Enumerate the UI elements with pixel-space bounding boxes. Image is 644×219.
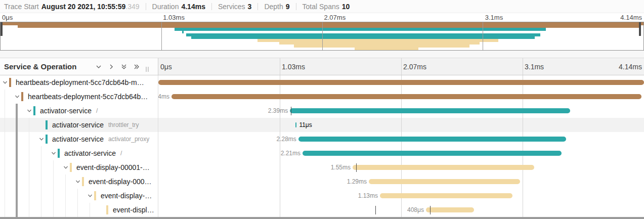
- service-name: event-display-00001-…: [76, 163, 150, 171]
- tick-label: 1.03ms: [282, 63, 305, 71]
- service-color-chip: [46, 135, 48, 144]
- span-timeline-cell: 11μs: [158, 118, 644, 132]
- chevron-down-icon[interactable]: [38, 136, 45, 142]
- chevron-down-icon[interactable]: [95, 63, 102, 70]
- span-name-cell[interactable]: heartbeats-deployment-5cc7dcb64b…: [0, 90, 158, 104]
- divider: [296, 3, 296, 10]
- span-bar[interactable]: [171, 94, 641, 99]
- column-resize-grip[interactable]: [146, 67, 149, 72]
- tick-label: 1.03ms: [163, 14, 185, 21]
- span-bar[interactable]: [298, 137, 566, 142]
- service-name: event-display-000…: [89, 178, 152, 186]
- chevron-down-icon[interactable]: [63, 164, 69, 170]
- double-chevron-down-icon[interactable]: [120, 63, 127, 70]
- span-duration-label: 11μs: [299, 121, 312, 128]
- tick-label: 3.1ms: [525, 63, 544, 71]
- span-rows: heartbeats-deployment-5cc7dcb64b-m…heart…: [0, 75, 644, 217]
- service-name: activator-service: [52, 121, 104, 129]
- bottom-scroll-edge: [0, 217, 644, 219]
- span-row: event-display-00001-…1.55ms: [0, 160, 644, 174]
- span-row: activator-service/2.21ms: [0, 146, 644, 160]
- span-name-cell[interactable]: event-display-…: [0, 189, 158, 203]
- span-timeline-cell: 1.29ms: [158, 174, 644, 189]
- span-bar[interactable]: [303, 151, 562, 156]
- total-spans-value: 10: [342, 3, 350, 11]
- trace-start-label: Trace Start: [4, 3, 39, 11]
- grid-line: [280, 203, 280, 217]
- grid-line: [523, 174, 523, 189]
- grid-line: [280, 58, 280, 75]
- span-duration-label: 1.29ms: [347, 178, 367, 185]
- service-color-chip: [46, 120, 48, 129]
- chevron-right-icon[interactable]: [108, 63, 115, 70]
- log-marker-tick[interactable]: [375, 206, 376, 214]
- span-name-cell[interactable]: event-displ…: [0, 203, 158, 217]
- service-name: event-displ…: [113, 206, 154, 214]
- span-duration-label: 4ms: [158, 93, 169, 100]
- tick-label: 3.1ms: [485, 14, 503, 21]
- operation-name: /: [96, 107, 98, 114]
- grid-line: [280, 174, 280, 189]
- service-color-chip: [9, 78, 11, 87]
- span-row: activator-servicethrottler_try11μs: [0, 118, 644, 132]
- span-bar[interactable]: [426, 207, 474, 212]
- log-marker-tick[interactable]: [356, 163, 357, 172]
- double-chevron-right-icon[interactable]: [133, 63, 140, 70]
- service-color-chip: [58, 149, 60, 158]
- trace-start-value: August 20 2021, 10:55:59.349: [41, 3, 140, 11]
- depth-label: Depth: [264, 3, 283, 11]
- service-color-chip: [70, 163, 72, 172]
- chevron-down-icon[interactable]: [75, 179, 81, 185]
- divider: [257, 3, 258, 10]
- span-bar[interactable]: [380, 193, 512, 198]
- service-color-chip: [82, 177, 84, 186]
- span-bar[interactable]: [369, 179, 520, 184]
- duration-value: 4.14ms: [181, 3, 205, 11]
- minimap-left-scrubber-handle[interactable]: [1, 22, 3, 36]
- log-marker-tick[interactable]: [430, 206, 431, 214]
- span-name-cell[interactable]: activator-servicethrottler_try: [0, 118, 158, 132]
- span-bar[interactable]: [353, 165, 534, 170]
- chevron-down-icon[interactable]: [26, 108, 32, 114]
- span-timeline-cell: 1.55ms: [158, 160, 644, 174]
- grid-line: [280, 189, 280, 203]
- span-row: activator-serviceactivator_proxy2.28ms: [0, 132, 644, 146]
- service-operation-header-cell: Service & Operation: [0, 58, 158, 75]
- span-bar[interactable]: [158, 80, 644, 85]
- minimap-right-scrubber-handle[interactable]: [639, 22, 641, 36]
- span-bar[interactable]: [290, 108, 570, 113]
- span-name-cell[interactable]: heartbeats-deployment-5cc7dcb64b-m…: [0, 75, 158, 90]
- span-name-cell[interactable]: activator-serviceactivator_proxy: [0, 132, 158, 146]
- span-duration-label: 2.28ms: [277, 136, 296, 143]
- depth-value: 9: [286, 3, 290, 11]
- timeline-axis-header: 0μs1.03ms2.07ms3.1ms4.14ms: [158, 58, 644, 75]
- service-operation-title: Service & Operation: [4, 62, 76, 71]
- grid-line: [280, 160, 280, 174]
- tick-label: 2.07ms: [403, 63, 426, 71]
- tick-label: 0μs: [160, 63, 172, 71]
- chevron-down-icon[interactable]: [51, 150, 57, 156]
- span-name-cell[interactable]: event-display-000…: [0, 174, 158, 189]
- tick-label: 2.07ms: [324, 14, 346, 21]
- tick-label: 4.14ms: [620, 14, 642, 21]
- duration-label: Duration: [152, 3, 179, 11]
- span-duration-label: 1.55ms: [331, 164, 351, 171]
- span-bar[interactable]: [295, 122, 297, 127]
- span-timeline-cell: 2.28ms: [158, 132, 644, 146]
- span-name-cell[interactable]: activator-service/: [0, 146, 158, 160]
- chevron-down-icon[interactable]: [87, 193, 93, 199]
- operation-name: /: [120, 150, 122, 157]
- log-marker-tick[interactable]: [291, 107, 291, 115]
- grid-line: [322, 22, 323, 50]
- trace-minimap[interactable]: [0, 22, 644, 51]
- chevron-down-icon[interactable]: [2, 79, 8, 85]
- service-color-chip: [21, 92, 23, 101]
- span-name-cell[interactable]: event-display-00001-…: [0, 160, 158, 174]
- span-name-cell[interactable]: activator-service/: [0, 104, 158, 118]
- chevron-down-icon[interactable]: [14, 94, 20, 100]
- grid-line: [483, 22, 483, 50]
- service-color-chip: [33, 106, 35, 115]
- span-timeline-cell: 2.39ms: [158, 104, 644, 118]
- span-duration-label: 1.13ms: [358, 192, 378, 199]
- total-spans-label: Total Spans: [303, 3, 339, 11]
